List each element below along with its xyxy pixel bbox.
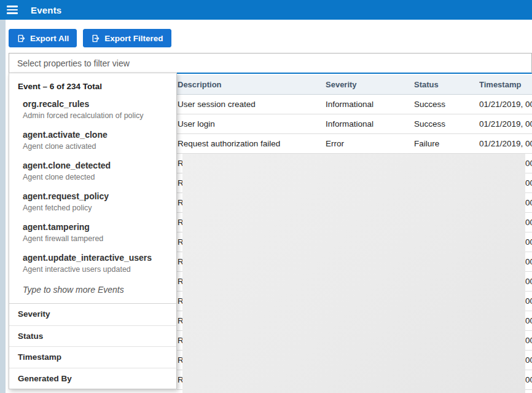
cell-description: Request authorization failed [177, 139, 326, 148]
event-option-description: Agent fetched policy [23, 202, 170, 213]
cell-status: Success [414, 119, 479, 129]
filter-category-severity[interactable]: Severity [9, 304, 176, 325]
event-option-description: Agent clone activated [23, 141, 170, 152]
export-filtered-label: Export Filtered [104, 34, 163, 43]
filter-properties-input[interactable] [9, 53, 532, 74]
export-icon [17, 34, 26, 43]
events-page: Events Export All Export F [0, 0, 532, 393]
export-filtered-button[interactable]: Export Filtered [83, 29, 171, 47]
column-header-description[interactable]: Description [177, 80, 326, 89]
column-header-timestamp[interactable]: Timestamp [479, 80, 532, 89]
event-option-name: agent.activate_clone [23, 129, 170, 141]
cell-severity: Error [326, 139, 414, 148]
filter-category-list: Severity Status Timestamp Generated By [9, 303, 176, 389]
event-group-title: Event – 6 of 234 Total [9, 73, 176, 98]
column-header-status[interactable]: Status [414, 80, 479, 89]
menu-icon[interactable] [7, 6, 18, 14]
page-title: Events [31, 5, 61, 15]
event-option-agent-clone-detected[interactable]: agent.clone_detected Agent clone detecte… [9, 159, 176, 190]
filter-category-timestamp[interactable]: Timestamp [9, 346, 176, 368]
filter-properties-dropdown: Event – 6 of 234 Total org.recalc_rules … [9, 73, 177, 389]
toolbar: Export All Export Filtered [9, 29, 171, 47]
type-to-show-more-hint: Type to show more Events [9, 282, 176, 300]
cell-status: Failure [414, 139, 479, 148]
event-option-agent-request-policy[interactable]: agent.request_policy Agent fetched polic… [9, 190, 176, 221]
event-option-name: agent.tampering [23, 221, 170, 233]
event-option-name: agent.request_policy [23, 190, 170, 202]
column-header-severity[interactable]: Severity [326, 80, 414, 89]
cell-severity: Informational [326, 100, 414, 109]
redacted-region [182, 154, 525, 393]
collapsed-sidebar-strip[interactable] [0, 20, 6, 393]
table-row[interactable]: Request authorization failed Error Failu… [177, 134, 532, 154]
cell-timestamp: 01/21/2019, 00 [479, 100, 532, 109]
event-option-name: agent.clone_detected [23, 159, 170, 172]
cell-description: User login [177, 119, 326, 129]
export-icon [91, 34, 100, 43]
event-option-description: Agent clone detected [23, 172, 170, 183]
event-option-agent-activate-clone[interactable]: agent.activate_clone Agent clone activat… [9, 129, 176, 159]
event-option-description: Agent firewall tampered [23, 233, 170, 244]
event-option-name: org.recalc_rules [23, 98, 170, 110]
filter-category-status[interactable]: Status [9, 325, 176, 347]
filter-category-generated-by[interactable]: Generated By [9, 368, 176, 389]
event-option-name: agent.update_interactive_users [23, 252, 170, 264]
export-all-label: Export All [30, 34, 69, 43]
event-option-org-recalc-rules[interactable]: org.recalc_rules Admin forced recalculat… [9, 98, 176, 129]
event-option-agent-update-interactive-users[interactable]: agent.update_interactive_users Agent int… [9, 252, 176, 282]
export-all-button[interactable]: Export All [9, 29, 77, 47]
event-option-description: Admin forced recalculation of policy [23, 110, 170, 121]
top-app-bar: Events [0, 0, 532, 20]
table-row[interactable]: User session created Informational Succe… [177, 95, 532, 114]
table-row[interactable]: User login Informational Success 01/21/2… [177, 114, 532, 134]
cell-timestamp: 01/21/2019, 00 [479, 119, 532, 129]
event-option-agent-tampering[interactable]: agent.tampering Agent firewall tampered [9, 221, 176, 252]
cell-timestamp: 01/21/2019, 00 [479, 139, 532, 148]
cell-description: User session created [177, 100, 326, 109]
cell-status: Success [414, 100, 479, 109]
table-header-row: Description Severity Status Timestamp [177, 75, 532, 95]
event-option-description: Agent interactive users updated [23, 264, 170, 275]
cell-severity: Informational [326, 119, 414, 129]
